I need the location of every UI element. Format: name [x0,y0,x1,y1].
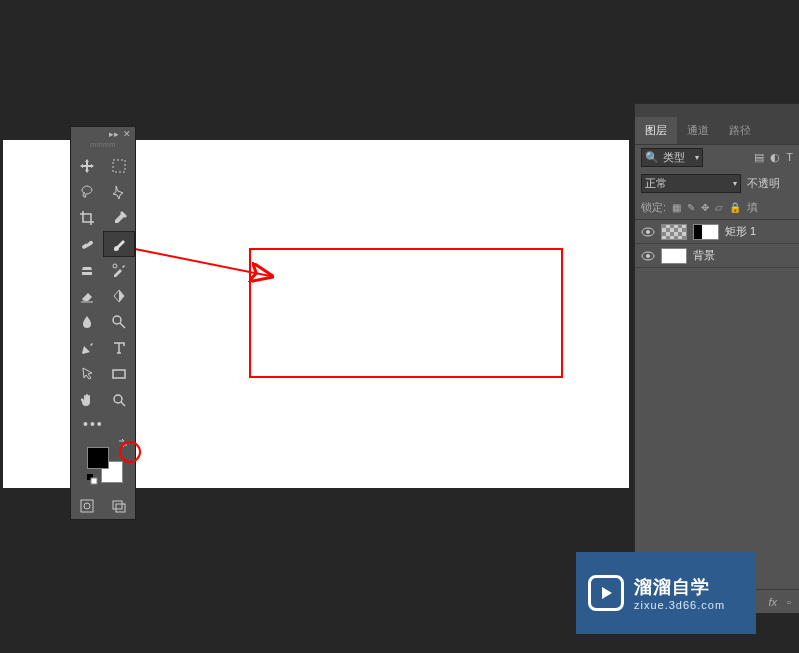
blur-tool[interactable] [71,309,103,335]
tools-panel-header[interactable]: ▸▸ ✕ [71,127,135,141]
panel-tabs: 图层 通道 路径 [635,116,799,144]
collapse-icon[interactable]: ▸▸ [109,129,119,139]
more-tools-icon[interactable]: ••• [71,413,135,435]
svg-point-16 [646,254,650,258]
layer-thumbnail[interactable] [661,224,687,240]
layer-name[interactable]: 矩形 1 [725,224,756,239]
screen-mode-icon[interactable] [103,493,135,519]
filter-type-label: 类型 [663,150,685,165]
quick-mask-icon[interactable] [71,493,103,519]
lock-artboard-icon[interactable]: ▱ [715,202,723,213]
tools-panel: ▸▸ ✕ mmmm [70,126,136,520]
filter-type-select[interactable]: 🔍 类型 ▾ [641,148,703,167]
panel-grip[interactable] [635,104,799,116]
watermark-logo-icon [588,575,624,611]
path-select-tool[interactable] [71,361,103,387]
svg-point-3 [113,264,117,268]
annotation-rectangle [249,248,563,378]
svg-point-10 [84,503,90,509]
visibility-icon[interactable] [641,225,655,239]
layer-row[interactable]: 矩形 1 [635,220,799,244]
svg-rect-11 [113,501,122,509]
type-tool[interactable] [103,335,135,361]
clone-stamp-tool[interactable] [71,257,103,283]
svg-point-14 [646,230,650,234]
chevron-down-icon: ▾ [695,153,699,162]
pen-tool[interactable] [71,335,103,361]
brush-tool[interactable] [103,231,135,257]
rectangle-tool[interactable] [103,361,135,387]
healing-brush-tool[interactable] [71,231,103,257]
fx-icon[interactable]: fx [769,596,778,608]
opacity-label: 不透明 [747,176,780,191]
eraser-tool[interactable] [71,283,103,309]
foreground-color[interactable] [87,447,109,469]
chevron-down-icon: ▾ [733,179,737,188]
svg-point-4 [113,316,121,324]
lock-position-icon[interactable]: ✥ [701,202,709,213]
gradient-tool[interactable] [103,283,135,309]
watermark: 溜溜自学 zixue.3d66.com [576,552,756,634]
dodge-tool[interactable] [103,309,135,335]
blend-mode-select[interactable]: 正常 ▾ [641,174,741,193]
visibility-icon[interactable] [641,249,655,263]
filter-adjust-icon[interactable]: ◐ [770,151,780,164]
tab-paths[interactable]: 路径 [719,117,761,144]
layers-panel: 图层 通道 路径 🔍 类型 ▾ ▤ ◐ T 正常 ▾ 不透明 锁定: ▦ ✎ ✥… [634,103,799,613]
svg-rect-1 [113,160,125,172]
hand-tool[interactable] [71,387,103,413]
svg-point-6 [114,395,122,403]
svg-rect-8 [91,478,97,484]
footer-more-icon[interactable]: ▫ [787,596,791,608]
color-swatches [71,435,135,493]
blend-mode-value: 正常 [645,176,667,191]
svg-rect-12 [116,504,125,512]
marquee-tool[interactable] [103,153,135,179]
layer-mask-thumbnail[interactable] [693,224,719,240]
move-tool[interactable] [71,153,103,179]
layer-list: 矩形 1 背景 [635,220,799,268]
lasso-tool[interactable] [71,179,103,205]
tools-panel-grip[interactable]: mmmm [71,141,135,153]
history-brush-tool[interactable] [103,257,135,283]
fill-label: 填 [747,200,758,215]
default-colors-icon[interactable] [86,473,98,485]
layer-thumbnail[interactable] [661,248,687,264]
watermark-title: 溜溜自学 [634,575,725,599]
close-icon[interactable]: ✕ [121,129,133,139]
svg-rect-5 [113,370,125,378]
swap-colors-icon[interactable] [117,437,129,449]
eyedropper-tool[interactable] [103,205,135,231]
crop-tool[interactable] [71,205,103,231]
svg-rect-9 [81,500,93,512]
quick-select-tool[interactable] [103,179,135,205]
zoom-tool[interactable] [103,387,135,413]
watermark-subtitle: zixue.3d66.com [634,599,725,611]
layer-name[interactable]: 背景 [693,248,715,263]
filter-type-icon[interactable]: T [786,151,793,164]
lock-paint-icon[interactable]: ✎ [687,202,695,213]
search-icon: 🔍 [645,151,659,164]
lock-all-icon[interactable]: 🔒 [729,202,741,213]
lock-transparency-icon[interactable]: ▦ [672,202,681,213]
tab-channels[interactable]: 通道 [677,117,719,144]
tab-layers[interactable]: 图层 [635,117,677,144]
layer-row[interactable]: 背景 [635,244,799,268]
filter-image-icon[interactable]: ▤ [754,151,764,164]
lock-label: 锁定: [641,200,666,215]
